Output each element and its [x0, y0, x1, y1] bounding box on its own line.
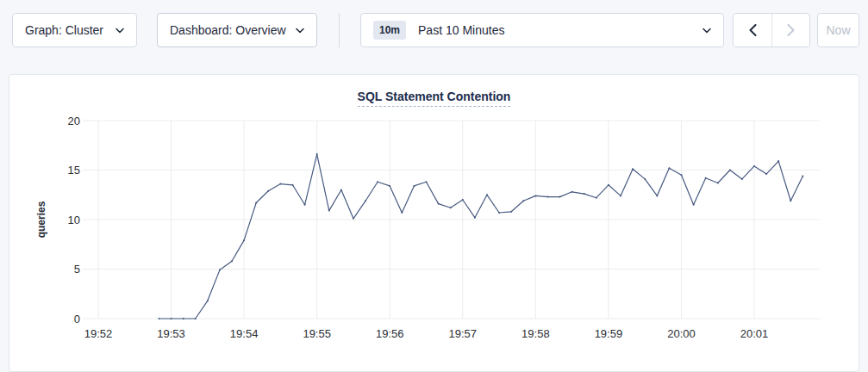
time-range-badge: 10m [373, 21, 406, 40]
svg-text:19:53: 19:53 [157, 327, 185, 340]
time-range-label: Past 10 Minutes [418, 23, 504, 37]
toolbar: Graph: Cluster Dashboard: Overview 10m P… [0, 0, 868, 60]
svg-text:queries: queries [35, 201, 47, 238]
svg-text:19:54: 19:54 [230, 327, 259, 340]
chart-title-text[interactable]: SQL Statement Contention [358, 90, 511, 107]
dashboard-dropdown-label: Dashboard: Overview [170, 23, 286, 37]
contention-chart: 0510152019:5219:5319:5419:5519:5619:5719… [9, 75, 860, 372]
svg-text:19:58: 19:58 [521, 327, 550, 340]
svg-text:20:00: 20:00 [667, 327, 696, 340]
graph-dropdown-label: Graph: Cluster [25, 23, 103, 37]
chevron-right-icon [787, 24, 795, 36]
svg-text:19:55: 19:55 [303, 327, 331, 340]
time-nav-group [733, 13, 810, 47]
svg-text:19:57: 19:57 [449, 327, 478, 340]
svg-text:19:52: 19:52 [84, 327, 113, 340]
chart-title: SQL Statement Contention [9, 89, 859, 104]
svg-text:19:59: 19:59 [595, 327, 623, 340]
svg-text:0: 0 [74, 313, 80, 326]
graph-dropdown[interactable]: Graph: Cluster [12, 13, 137, 47]
toolbar-divider [339, 13, 340, 47]
svg-text:19:56: 19:56 [376, 327, 404, 340]
chart-panel: SQL Statement Contention 0510152019:5219… [9, 74, 859, 372]
now-button[interactable]: Now [817, 13, 859, 47]
svg-text:20: 20 [68, 115, 80, 127]
chevron-left-icon [749, 24, 757, 36]
next-time-button[interactable] [771, 13, 809, 47]
svg-text:15: 15 [68, 164, 80, 177]
svg-text:10: 10 [68, 214, 80, 226]
dashboard-dropdown[interactable]: Dashboard: Overview [157, 13, 317, 47]
chevron-down-icon [296, 28, 304, 34]
svg-text:20:01: 20:01 [740, 327, 769, 340]
series-line-queries [159, 154, 803, 319]
chevron-down-icon [703, 28, 711, 34]
time-range-dropdown[interactable]: 10m Past 10 Minutes [360, 13, 724, 47]
prev-time-button[interactable] [734, 13, 771, 47]
svg-text:5: 5 [74, 263, 80, 276]
chevron-down-icon [116, 28, 124, 34]
